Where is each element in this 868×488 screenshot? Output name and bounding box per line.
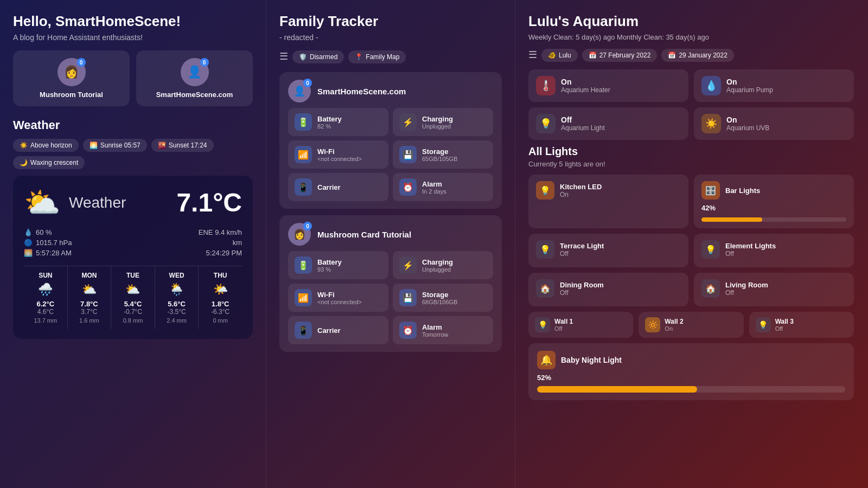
wall-3[interactable]: 💡 Wall 3 Off	[749, 312, 854, 338]
stat-carrier-1[interactable]: 📱 Carrier	[288, 316, 388, 344]
stat-grid-1: 🔋 Battery93 % ⚡ ChargingUnplugged 📶 Wi-F…	[288, 251, 493, 344]
temperature: 7.1°C	[176, 188, 242, 217]
alarm-icon-1: ⏰	[399, 322, 417, 339]
chip-lulu[interactable]: 🐠Lulu	[541, 49, 578, 62]
aq-heater[interactable]: 🌡️ On Aquarium Heater	[528, 69, 688, 102]
tag-horizon: ☀️Above horizon	[13, 139, 79, 152]
baby-name: Baby Night Light	[561, 356, 622, 364]
forecast-wed: WED 🌦️ 5.6°C -3.5°C 2.4 mm	[155, 266, 199, 329]
charging-icon-0: ⚡	[399, 113, 417, 131]
baby-night-light[interactable]: 🔔 Baby Night Light 52%	[528, 343, 854, 400]
forecast-mon: MON ⛅ 7.8°C 3.7°C 1.6 mm	[68, 266, 112, 329]
tag-moon: 🌙Waxing crescent	[13, 156, 85, 169]
right-panel: Lulu's Aquarium Weekly Clean: 5 day(s) a…	[515, 0, 867, 488]
forecast-table: SUN 🌧️ 6.2°C 4.6°C 13.7 mm MON ⛅ 7.8°C 3…	[24, 266, 242, 329]
stat-alarm-1[interactable]: ⏰ AlarmTomorrow	[393, 316, 493, 344]
stat-battery-1[interactable]: 🔋 Battery93 %	[288, 251, 388, 279]
pump-icon: 💧	[701, 76, 721, 95]
weather-label: Weather	[69, 194, 126, 211]
light-kitchen[interactable]: 💡 Kitchen LED On	[528, 175, 688, 228]
tracker-person-name-1: Mushroom Card Tutorial	[317, 230, 411, 239]
heater-icon: 🌡️	[536, 76, 556, 95]
aq-menu-icon[interactable]: ☰	[528, 49, 537, 62]
person-card-1[interactable]: 👤 0 SmartHomeScene.com	[136, 50, 253, 106]
wall-2[interactable]: 🔆 Wall 2 On	[639, 312, 743, 338]
stat-storage-0[interactable]: 💾 Storage65GB/105GB	[393, 140, 493, 169]
storage-icon-1: 💾	[399, 289, 417, 306]
element-icon: 💡	[701, 240, 720, 259]
tag-sunrise: 🌅Sunrise 05:57	[83, 139, 147, 152]
lights-grid: 💡 Kitchen LED On 🎛️ Bar Lights 42%	[528, 175, 854, 306]
wifi-icon-0: 📶	[295, 146, 312, 163]
aq-chips: ☰ 🐠Lulu 📅27 February 2022 📅29 January 20…	[528, 49, 854, 62]
weather-box: ⛅ Weather 7.1°C 💧60 % 🔵1015.7 hPa 🌅5:57:…	[13, 176, 253, 339]
person-cards: 👩 0 Mushroom Tutorial 👤 0 SmartHomeScene…	[13, 50, 253, 106]
aquarium-title: Lulu's Aquarium	[528, 13, 854, 30]
tracker-badge-0: 0	[303, 79, 312, 87]
terrace-icon: 💡	[536, 240, 554, 259]
dining-icon: 🏠	[536, 279, 554, 298]
alarm-icon-0: ⏰	[399, 178, 417, 196]
wall3-icon: 💡	[756, 317, 771, 332]
living-icon: 🏠	[701, 279, 720, 298]
light-bar[interactable]: 🎛️ Bar Lights 42%	[694, 175, 854, 228]
tag-sunset: 🌇Sunset 17:24	[151, 139, 214, 152]
charging-icon-1: ⚡	[399, 256, 417, 274]
chip-disarmed[interactable]: 🛡️Disarmed	[292, 50, 344, 63]
tracker-avatar-1: 👩 0	[288, 223, 311, 246]
bar-lights-progress	[701, 217, 846, 222]
mid-panel: Family Tracker - redacted - ☰ 🛡️Disarmed…	[266, 0, 515, 488]
stat-wifi-0[interactable]: 📶 Wi-Fi<not connected>	[288, 140, 388, 169]
light-terrace[interactable]: 💡 Terrace Light Off	[528, 234, 688, 267]
aq-uvb[interactable]: ☀️ On Aquarium UVB	[694, 107, 854, 140]
all-lights-sub: Currently 5 lights are on!	[528, 160, 854, 168]
light-element[interactable]: 💡 Element Lights Off	[694, 234, 854, 267]
tracker-subtitle: - redacted -	[279, 33, 502, 42]
stat-storage-1[interactable]: 💾 Storage68GB/106GB	[393, 284, 493, 312]
greeting-subtitle: A blog for Home Assistant enthusiasts!	[13, 33, 253, 42]
stat-charging-0[interactable]: ⚡ ChargingUnplugged	[393, 108, 493, 136]
wall1-icon: 💡	[535, 317, 550, 332]
baby-pct: 52%	[537, 374, 845, 382]
forecast-thu: THU 🌤️ 1.8°C -6.3°C 0 mm	[199, 266, 242, 329]
stat-grid-0: 🔋 Battery82 % ⚡ ChargingUnplugged 📶 Wi-F…	[288, 108, 493, 201]
tracker-person-0: 👤 0 SmartHomeScene.com 🔋 Battery82 % ⚡ C…	[279, 72, 502, 209]
light-living[interactable]: 🏠 Living Room Off	[694, 273, 854, 306]
carrier-icon-0: 📱	[295, 178, 312, 196]
battery-icon-1: 🔋	[295, 256, 312, 274]
stat-charging-1[interactable]: ⚡ ChargingUnplugged	[393, 251, 493, 279]
wall-1[interactable]: 💡 Wall 1 Off	[528, 312, 633, 338]
tracker-person-name-0: SmartHomeScene.com	[317, 87, 406, 96]
aq-light-icon: 💡	[536, 114, 556, 133]
weather-details: 💧60 % 🔵1015.7 hPa 🌅5:57:28 AM ENE 9.4 km…	[24, 228, 242, 257]
chip-date1[interactable]: 📅27 February 2022	[582, 49, 658, 62]
forecast-sun: SUN 🌧️ 6.2°C 4.6°C 13.7 mm	[24, 266, 68, 329]
tracker-title: Family Tracker	[279, 13, 502, 30]
chip-date2[interactable]: 📅29 January 2022	[661, 49, 733, 62]
carrier-icon-1: 📱	[295, 322, 312, 339]
aq-pump[interactable]: 💧 On Aquarium Pump	[694, 69, 854, 102]
wall-lights-row: 💡 Wall 1 Off 🔆 Wall 2 On 💡 Wall 3 Off	[528, 312, 854, 338]
tracker-chips: ☰ 🛡️Disarmed 📍Family Map	[279, 50, 502, 63]
cloud-icon: ⛅	[24, 185, 60, 220]
light-dining[interactable]: 🏠 Dining Room Off	[528, 273, 688, 306]
tracker-person-1: 👩 0 Mushroom Card Tutorial 🔋 Battery93 %…	[279, 215, 502, 352]
stat-carrier-0[interactable]: 📱 Carrier	[288, 173, 388, 201]
aq-light[interactable]: 💡 Off Aquarium Light	[528, 107, 688, 140]
baby-progress-fill	[537, 386, 697, 393]
chip-family-map[interactable]: 📍Family Map	[348, 50, 406, 63]
left-panel: Hello, SmartHomeScene! A blog for Home A…	[0, 0, 266, 488]
all-lights-title: All Lights	[528, 145, 854, 158]
tracker-menu-icon[interactable]: ☰	[279, 50, 288, 63]
stat-battery-0[interactable]: 🔋 Battery82 %	[288, 108, 388, 136]
baby-icon: 🔔	[537, 351, 556, 369]
person-card-0[interactable]: 👩 0 Mushroom Tutorial	[13, 50, 130, 106]
wifi-icon-1: 📶	[295, 289, 312, 306]
badge-0: 0	[77, 58, 86, 67]
battery-icon-0: 🔋	[295, 113, 312, 131]
bar-icon: 🎛️	[701, 181, 720, 200]
stat-alarm-0[interactable]: ⏰ AlarmIn 2 days	[393, 173, 493, 201]
baby-progress-bar	[537, 386, 845, 393]
greeting-title: Hello, SmartHomeScene!	[13, 13, 253, 30]
stat-wifi-1[interactable]: 📶 Wi-Fi<not connected>	[288, 284, 388, 312]
